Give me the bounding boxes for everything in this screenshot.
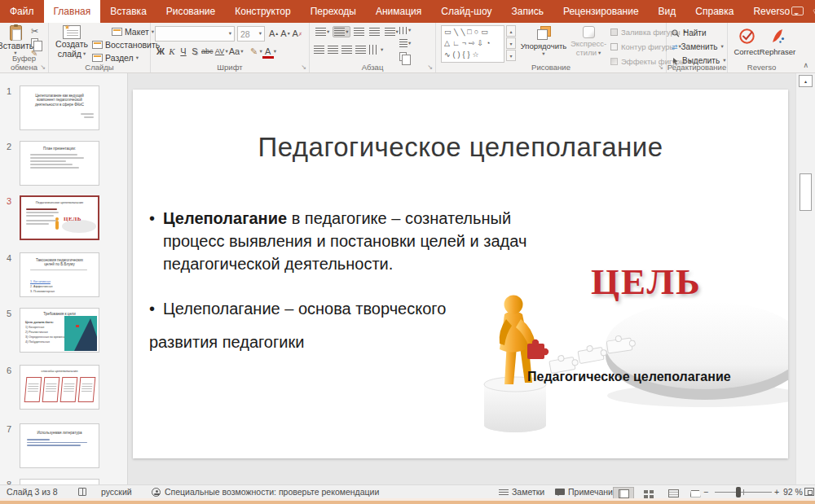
fit-to-window-icon[interactable] (804, 488, 814, 496)
tab-file[interactable]: Файл (0, 0, 44, 23)
increase-indent-button[interactable] (368, 26, 381, 37)
thumb-text-line (26, 215, 54, 217)
tab-help[interactable]: Справка (685, 0, 743, 23)
thumb-text-line (27, 445, 81, 446)
tab-insert[interactable]: Вставка (100, 0, 156, 23)
chevron-down-icon: ▾ (408, 28, 411, 33)
clear-formatting-button[interactable]: А✗ (292, 26, 303, 41)
tab-view[interactable]: Вид (649, 0, 686, 23)
spell-check-icon[interactable] (78, 488, 86, 496)
collapse-ribbon-icon[interactable]: ∧ (803, 61, 808, 69)
tab-draw[interactable]: Рисование (156, 0, 225, 23)
shapes-row: ∿(){}☆ (444, 51, 501, 59)
normal-view-icon (619, 489, 629, 498)
notes-toggle[interactable]: Заметки (512, 487, 544, 497)
slide-title[interactable]: Педагогическое целеполагание (133, 132, 788, 163)
tab-design[interactable]: Конструктор (225, 0, 300, 23)
slide-thumbnail-2[interactable]: План презентации: (20, 141, 99, 186)
font-color-button[interactable]: А (262, 44, 274, 59)
accessibility-icon[interactable] (152, 488, 161, 497)
bullets-button[interactable]: ▾ (314, 26, 331, 37)
dialog-launcher-icon[interactable]: ↘ (40, 64, 46, 71)
shrink-font-button[interactable]: А▼ (280, 26, 291, 41)
underline-button[interactable]: Ч (178, 44, 189, 59)
justify-icon[interactable] (355, 46, 366, 54)
align-left-icon[interactable] (314, 46, 324, 54)
goal-picture[interactable]: ЦЕЛЬ Педагогическое целеполагание (469, 264, 788, 440)
reverso-correct-button[interactable]: Correct (731, 28, 762, 56)
replace-button[interactable]: ⇄Заменить▾ (672, 41, 725, 53)
text-direction-icon (399, 27, 408, 34)
vertical-scrollbar[interactable]: ▴ (795, 73, 815, 484)
columns-icon[interactable] (369, 45, 377, 55)
grow-font-button[interactable]: А▲ (268, 26, 280, 41)
thumb-list-item: 3. Психомоторная (30, 289, 55, 294)
text-direction-button[interactable]: ▾ (398, 25, 412, 36)
shapes-scroll-up[interactable]: ▴ (506, 25, 516, 37)
align-text-button[interactable]: ▾ (398, 37, 412, 49)
slide-thumbnail-5[interactable]: Требования к цели Цель должна быть: 1) К… (20, 308, 99, 353)
convert-smartart-button[interactable]: ▾ (398, 50, 412, 63)
tab-slideshow[interactable]: Слайд-шоу (431, 0, 501, 23)
dialog-launcher-icon[interactable]: ↘ (658, 64, 663, 71)
zoom-percentage[interactable]: 92 % (783, 487, 803, 497)
decrease-indent-button[interactable] (352, 26, 366, 37)
thumb-text-line (30, 164, 73, 165)
new-slide-button[interactable]: Создать слайд▾ (53, 25, 90, 59)
layout-label: Макет (125, 27, 149, 37)
scrollbar-thumb[interactable] (800, 173, 812, 211)
dialog-launcher-icon[interactable]: ↘ (301, 64, 306, 71)
font-size-combo[interactable]: 28▾ (237, 26, 265, 42)
quick-styles-button[interactable]: Экспресс- стили▾ (569, 26, 608, 58)
slide-thumbnail-6[interactable]: способы целеполагания (20, 365, 99, 410)
font-name-combo[interactable]: ▾ (155, 26, 235, 42)
align-center-icon[interactable] (328, 46, 338, 54)
bold-button[interactable]: Ж (155, 44, 166, 59)
find-button[interactable]: Найти (672, 27, 725, 39)
shapes-gallery[interactable]: ▭╲╲□○▭ △∟¬⇨⇩◔ ∿(){}☆ (441, 25, 504, 63)
italic-button[interactable]: К (166, 44, 178, 59)
slide-thumbnail-7[interactable]: Используемая литература (20, 423, 99, 468)
tab-animations[interactable]: Анимация (366, 0, 431, 23)
slide-thumbnail-8[interactable] (20, 479, 99, 484)
accessibility-status[interactable]: Специальные возможности: проверьте реком… (165, 487, 379, 497)
shapes-more-button[interactable]: ▾ (506, 50, 516, 61)
thumb-number-7: 7 (7, 424, 11, 434)
arrange-button[interactable]: Упорядочить ▾ (519, 26, 568, 56)
slide-thumbnail-4[interactable]: Таксономия педагогических целей по Б.Блу… (20, 252, 99, 297)
highlight-pen-button[interactable]: ✎ (249, 44, 260, 59)
paste-button[interactable]: Вставить ▾ (2, 25, 29, 56)
text-shadow-button[interactable]: S (189, 44, 200, 59)
zoom-in-button[interactable]: + (774, 487, 779, 497)
dialog-launcher-icon[interactable]: ↘ (427, 64, 433, 71)
scroll-up-icon[interactable]: ▴ (799, 75, 813, 87)
thumb-title: План презентации: (20, 147, 99, 151)
group-label-paragraph: Абзац (310, 63, 435, 72)
cut-icon[interactable]: ✂ (31, 26, 41, 37)
numbering-button[interactable]: ▾ (333, 26, 350, 37)
bullet-1-bold: Целеполагание (163, 209, 287, 227)
language-indicator[interactable]: русский (101, 487, 132, 497)
strikethrough-button[interactable]: abc (200, 44, 214, 59)
slide-canvas[interactable]: Педагогическое целеполагание Целеполаган… (133, 90, 788, 458)
layout-button[interactable]: Макет▾ (92, 25, 160, 38)
find-label: Найти (683, 28, 707, 37)
tab-home[interactable]: Главная (44, 0, 101, 23)
copy-icon[interactable] (31, 38, 38, 47)
tab-transitions[interactable]: Переходы (301, 0, 366, 23)
zoom-slider-thumb[interactable] (736, 487, 741, 497)
slide-thumbnail-1[interactable]: Целеполагание как ведущий компонент педа… (20, 85, 99, 130)
slide-thumbnail-3-selected[interactable]: Педагогическое целеполагание ЦЕЛЬ (20, 195, 99, 240)
align-right-icon[interactable] (341, 46, 352, 54)
chevron-down-icon: ▾ (240, 49, 243, 55)
reverso-rephraser-button[interactable]: Rephraser (762, 28, 793, 56)
tab-review[interactable]: Рецензирование (553, 0, 649, 23)
change-case-button[interactable]: Aa (228, 44, 240, 59)
comments-bubble-icon[interactable] (791, 7, 804, 15)
tab-record[interactable]: Запись (502, 0, 553, 23)
character-spacing-button[interactable]: AV (214, 44, 226, 59)
zoom-out-button[interactable]: − (703, 487, 708, 497)
shapes-scroll-down[interactable]: ▾ (506, 37, 516, 49)
comments-toggle[interactable]: Примечания (568, 487, 618, 497)
reset-button[interactable]: Восстановить (92, 38, 160, 51)
